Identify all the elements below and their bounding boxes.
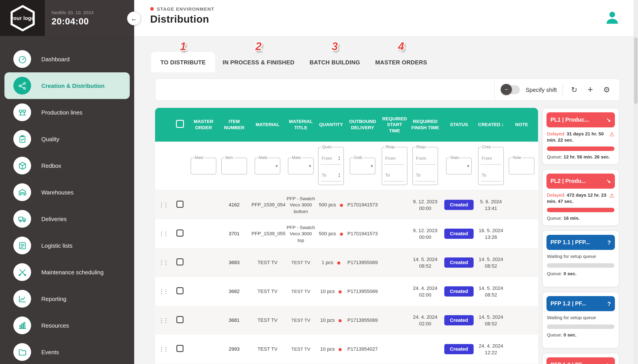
specify-shift-toggle[interactable]: −: [502, 85, 520, 94]
filter-required-start-time[interactable]: Requ From To: [382, 147, 407, 185]
filter-status[interactable]: Statu▾: [446, 157, 472, 174]
sidebar-item-dashboard[interactable]: Dashboard: [5, 46, 130, 72]
row-checkbox[interactable]: [176, 258, 183, 265]
row-checkbox[interactable]: [176, 200, 183, 208]
table-row[interactable]: ⋮⋮ 4162 PFP_1539_054 PFP - Swatch Veco 3…: [155, 190, 538, 219]
sidebar-item-quality[interactable]: Quality: [5, 126, 130, 152]
column-header-outbound-delivery[interactable]: OUTBOUND DELIVERY: [345, 119, 380, 131]
table-row[interactable]: ⋮⋮ 2993 TEST TV TEST TV 10 pcs P17139540…: [155, 335, 538, 364]
select-all-checkbox[interactable]: [176, 120, 184, 128]
tab-in-process-finished[interactable]: 2 IN PROCESS & FINISHED: [215, 52, 302, 72]
cell-master-order: [189, 232, 218, 236]
scrollbar-thumb[interactable]: [634, 37, 637, 104]
drag-handle-icon[interactable]: ⋮⋮: [159, 259, 167, 266]
sidebar-item-reporting[interactable]: Reporting: [5, 286, 130, 312]
table-row[interactable]: ⋮⋮ 3701 PFP_1539_055 PFP - Swatch Veco 3…: [155, 219, 538, 248]
row-checkbox[interactable]: [176, 287, 183, 294]
cell-quantity: 10 pcs: [317, 286, 345, 297]
column-header-quantity[interactable]: QUANTITY: [317, 122, 345, 128]
filter-note[interactable]: Note: [509, 157, 534, 174]
vertical-scrollbar[interactable]: [633, 0, 638, 364]
refresh-icon: ↻: [571, 86, 577, 94]
row-checkbox[interactable]: [176, 229, 183, 236]
cell-material-title: TEST TV: [285, 344, 317, 354]
column-header-status[interactable]: STATUS: [441, 122, 477, 128]
row-checkbox[interactable]: [176, 345, 183, 352]
table-row[interactable]: ⋮⋮ 3681 TEST TV TEST TV 10 pcs P17139550…: [155, 306, 538, 335]
delayed-label: Delayed:: [547, 131, 565, 136]
cell-created: 24. 4. 2024 12:22: [477, 340, 505, 358]
production-line-card-pl1[interactable]: PL1 | Produc... ↘ Delayed: 31 days 21 hr…: [542, 108, 619, 165]
column-header-item-number[interactable]: ITEM NUMBER: [218, 119, 250, 131]
production-line-card-pfp13[interactable]: PFP 1.3 | PF... ↘: [542, 353, 619, 364]
row-checkbox[interactable]: [176, 316, 183, 323]
sidebar-item-resources[interactable]: Resources: [5, 312, 130, 339]
queue-label: Queue:: [547, 154, 562, 160]
cell-master-order: [189, 318, 218, 322]
cell-master-order: [189, 260, 218, 265]
column-header-created[interactable]: CREATED↓: [477, 121, 505, 128]
cell-material-title: PFP - Swatch Veco 3000 bottom: [285, 193, 317, 216]
table-row[interactable]: ⋮⋮ 3683 TEST TV TEST TV 1 pcs P171395506…: [155, 248, 538, 277]
page-title: Distribution: [150, 13, 209, 25]
filter-created[interactable]: Crea From To: [478, 147, 504, 185]
main-content: 1 TO DISTRIBUTE 2 IN PROCESS & FINISHED …: [134, 36, 638, 364]
column-header-material[interactable]: MATERIAL: [250, 122, 285, 128]
card-header[interactable]: PL2 | Produ... ↘: [546, 174, 615, 189]
drag-handle-icon[interactable]: ⋮⋮: [159, 346, 167, 352]
sidebar-item-warehouses[interactable]: Warehouses: [5, 179, 130, 206]
column-header-note[interactable]: NOTE: [505, 122, 538, 128]
sidebar-item-production-lines[interactable]: Production lines: [5, 99, 130, 126]
filter-required-finish-time[interactable]: Requ From To: [412, 147, 438, 185]
number-stepper-icon[interactable]: ▲▼: [338, 172, 340, 177]
availability-dot-icon: [340, 232, 343, 236]
settings-button[interactable]: ⚙: [601, 85, 612, 94]
sidebar-item-logistic-lists[interactable]: Logistic lists: [5, 232, 130, 259]
user-profile-button[interactable]: [604, 10, 620, 26]
card-header[interactable]: PFP 1.3 | PF... ↘: [546, 357, 615, 364]
sidebar-item-redbox[interactable]: Redbox: [5, 152, 130, 179]
status-badge: Created: [444, 344, 474, 354]
queue-value: 16 min.: [564, 216, 579, 221]
drag-handle-icon[interactable]: ⋮⋮: [159, 288, 167, 294]
sidebar-item-label: Redbox: [41, 162, 61, 169]
production-line-card-pfp12[interactable]: PFP 1.2 | PF... ? Waiting for setup queu…: [542, 292, 619, 348]
production-line-card-pfp11[interactable]: PFP 1.1 | PFP... ? Waiting for setup que…: [542, 230, 619, 287]
table-row[interactable]: ⋮⋮ 3682 TEST TV TEST TV 10 pcs P17139550…: [155, 277, 538, 306]
refresh-button[interactable]: ↻: [569, 85, 579, 94]
cell-material-title: TEST TV: [285, 315, 317, 326]
gauge-icon: [13, 50, 31, 68]
number-stepper-icon[interactable]: ▲▼: [338, 156, 340, 160]
filter-item-number[interactable]: Item: [221, 157, 247, 174]
filter-material[interactable]: Mate▾: [255, 157, 280, 174]
production-line-card-pl2[interactable]: PL2 | Produ... ↘ Delayed: 472 days 12 hr…: [542, 169, 619, 226]
drag-handle-icon[interactable]: ⋮⋮: [159, 201, 167, 208]
column-header-required-start-time[interactable]: REQUIRED START TIME: [380, 116, 409, 134]
tab-label: MASTER ORDERS: [375, 59, 427, 66]
filter-quantity[interactable]: Quan From▲▼ To▲▼: [318, 147, 344, 185]
back-button[interactable]: ←: [127, 12, 141, 25]
drag-handle-icon[interactable]: ⋮⋮: [159, 317, 167, 324]
column-header-master-order[interactable]: MASTER ORDER: [189, 119, 218, 131]
add-button[interactable]: +: [585, 84, 595, 95]
company-logo[interactable]: your logo: [0, 0, 45, 36]
column-header-material-title[interactable]: MATERIAL TITLE: [285, 119, 317, 131]
cell-quantity: 500 pcs: [317, 199, 345, 210]
delayed-label: Delayed:: [547, 192, 565, 198]
tab-master-orders[interactable]: 4 MASTER ORDERS: [368, 52, 435, 72]
cell-material-title: TEST TV: [285, 286, 317, 297]
card-header[interactable]: PL1 | Produc... ↘: [546, 112, 615, 128]
drag-handle-icon[interactable]: ⋮⋮: [159, 230, 167, 237]
sidebar-item-deliveries[interactable]: Deliveries: [5, 206, 130, 232]
filter-material-title[interactable]: Mate▾: [288, 157, 314, 174]
sidebar-item-events[interactable]: Events: [5, 339, 130, 364]
tab-to-distribute[interactable]: 1 TO DISTRIBUTE: [151, 52, 215, 72]
filter-outbound-delivery[interactable]: Outb▾: [350, 157, 376, 174]
column-header-required-finish-time[interactable]: REQUIRED FINISH TIME: [409, 119, 441, 131]
tab-batch-building[interactable]: 3 BATCH BUILDING: [302, 52, 368, 72]
filter-master-order[interactable]: Mast: [191, 157, 216, 174]
card-header[interactable]: PFP 1.2 | PF... ?: [546, 296, 615, 311]
sidebar-item-maintenance-scheduling[interactable]: Maintenance scheduling: [5, 259, 130, 286]
sidebar-item-creation-distribution[interactable]: Creation & Distribution: [5, 72, 130, 99]
card-header[interactable]: PFP 1.1 | PFP... ?: [546, 235, 615, 250]
